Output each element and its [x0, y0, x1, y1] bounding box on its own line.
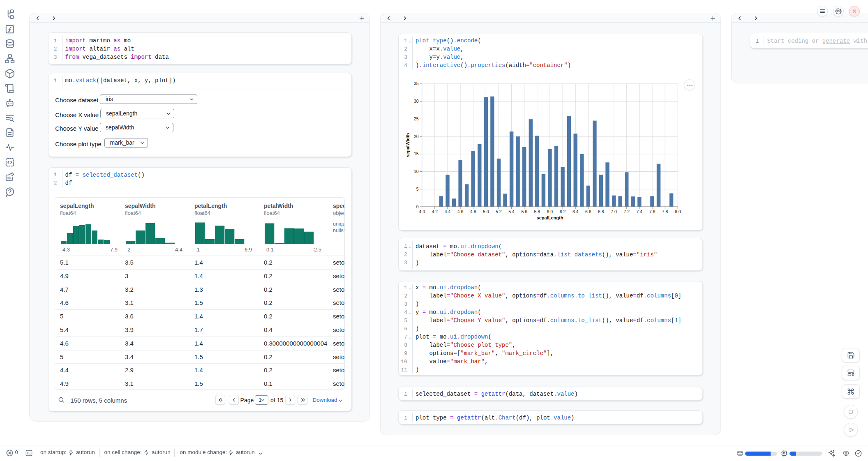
- svg-text:6.6: 6.6: [585, 209, 591, 214]
- svg-text:8.0: 8.0: [675, 209, 681, 214]
- svg-text:4.0: 4.0: [419, 209, 425, 214]
- svg-text:25: 25: [414, 116, 419, 121]
- svg-text:5.2: 5.2: [496, 209, 502, 214]
- svg-text:7.6: 7.6: [649, 209, 656, 214]
- svg-text:sepalWidth: sepalWidth: [405, 133, 410, 157]
- svg-text:6.2: 6.2: [560, 209, 566, 214]
- svg-text:5.4: 5.4: [508, 209, 515, 214]
- svg-text:6.8: 6.8: [598, 209, 604, 214]
- svg-text:5.0: 5.0: [483, 209, 489, 214]
- svg-text:4.6: 4.6: [457, 209, 464, 214]
- svg-text:10: 10: [414, 169, 419, 174]
- svg-text:30: 30: [414, 99, 419, 104]
- svg-text:5: 5: [416, 187, 419, 191]
- svg-text:7.8: 7.8: [662, 209, 668, 214]
- svg-text:7.2: 7.2: [623, 209, 630, 214]
- svg-text:6.4: 6.4: [573, 209, 579, 214]
- svg-text:7.4: 7.4: [636, 209, 642, 214]
- svg-text:4.4: 4.4: [445, 209, 451, 214]
- svg-text:5.6: 5.6: [521, 209, 527, 214]
- svg-text:5.8: 5.8: [534, 209, 540, 214]
- svg-text:7.0: 7.0: [611, 209, 617, 214]
- svg-text:6.0: 6.0: [547, 209, 553, 214]
- svg-text:sepalLength: sepalLength: [537, 215, 563, 220]
- svg-text:15: 15: [414, 152, 419, 157]
- svg-text:4.2: 4.2: [432, 209, 438, 214]
- svg-text:0: 0: [416, 204, 419, 209]
- svg-text:35: 35: [414, 81, 419, 86]
- svg-text:20: 20: [414, 134, 419, 139]
- svg-text:4.8: 4.8: [470, 209, 476, 214]
